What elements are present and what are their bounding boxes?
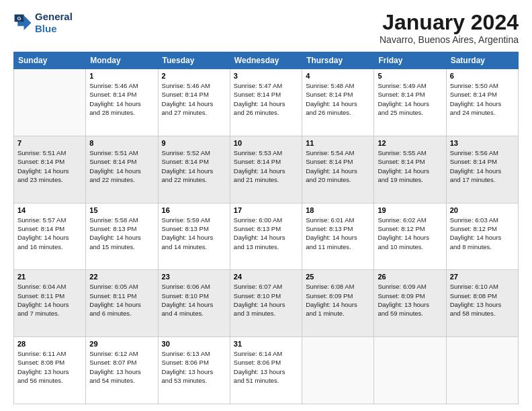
calendar-cell: 5Sunrise: 5:49 AM Sunset: 8:14 PM Daylig…	[374, 69, 446, 136]
main-title: January 2024	[380, 11, 519, 34]
calendar-cell: 26Sunrise: 6:09 AM Sunset: 8:09 PM Dayli…	[374, 270, 446, 337]
day-number: 4	[306, 72, 370, 80]
calendar-cell	[14, 69, 86, 136]
day-number: 27	[450, 273, 515, 281]
day-info: Sunrise: 5:53 AM Sunset: 8:14 PM Dayligh…	[234, 148, 298, 184]
calendar-header-row: SundayMondayTuesdayWednesdayThursdayFrid…	[14, 52, 519, 69]
day-info: Sunrise: 5:57 AM Sunset: 8:14 PM Dayligh…	[17, 216, 82, 251]
day-number: 13	[450, 139, 515, 147]
calendar-table: SundayMondayTuesdayWednesdayThursdayFrid…	[13, 52, 519, 404]
day-info: Sunrise: 6:05 AM Sunset: 8:11 PM Dayligh…	[89, 282, 154, 318]
calendar-week-5: 28Sunrise: 6:11 AM Sunset: 8:08 PM Dayli…	[14, 337, 519, 404]
calendar-cell: 14Sunrise: 5:57 AM Sunset: 8:14 PM Dayli…	[14, 203, 86, 270]
day-number: 12	[378, 139, 442, 147]
calendar-cell: 22Sunrise: 6:05 AM Sunset: 8:11 PM Dayli…	[86, 270, 158, 337]
day-number: 16	[162, 206, 226, 214]
day-info: Sunrise: 5:49 AM Sunset: 8:14 PM Dayligh…	[378, 81, 442, 117]
header-day-tuesday: Tuesday	[158, 52, 230, 69]
calendar-week-4: 21Sunrise: 6:04 AM Sunset: 8:11 PM Dayli…	[14, 270, 519, 337]
day-info: Sunrise: 5:50 AM Sunset: 8:14 PM Dayligh…	[450, 81, 515, 117]
calendar-week-1: 1Sunrise: 5:46 AM Sunset: 8:14 PM Daylig…	[14, 69, 519, 136]
day-info: Sunrise: 5:52 AM Sunset: 8:14 PM Dayligh…	[162, 148, 226, 184]
day-info: Sunrise: 6:00 AM Sunset: 8:13 PM Dayligh…	[234, 216, 298, 251]
calendar-cell: 24Sunrise: 6:07 AM Sunset: 8:10 PM Dayli…	[230, 270, 302, 337]
day-info: Sunrise: 6:12 AM Sunset: 8:07 PM Dayligh…	[89, 349, 154, 385]
header-day-wednesday: Wednesday	[230, 52, 302, 69]
calendar-week-3: 14Sunrise: 5:57 AM Sunset: 8:14 PM Dayli…	[14, 203, 519, 270]
logo: G General Blue	[13, 11, 73, 35]
day-info: Sunrise: 6:07 AM Sunset: 8:10 PM Dayligh…	[234, 282, 298, 318]
logo-blue: Blue	[35, 23, 73, 35]
day-info: Sunrise: 6:10 AM Sunset: 8:08 PM Dayligh…	[450, 282, 515, 318]
calendar-cell: 18Sunrise: 6:01 AM Sunset: 8:13 PM Dayli…	[302, 203, 374, 270]
calendar-cell: 3Sunrise: 5:47 AM Sunset: 8:14 PM Daylig…	[230, 69, 302, 136]
day-number: 19	[378, 206, 442, 214]
calendar-cell: 2Sunrise: 5:46 AM Sunset: 8:14 PM Daylig…	[158, 69, 230, 136]
day-number: 30	[162, 340, 226, 348]
calendar-cell: 30Sunrise: 6:13 AM Sunset: 8:06 PM Dayli…	[158, 337, 230, 404]
day-info: Sunrise: 5:46 AM Sunset: 8:14 PM Dayligh…	[162, 81, 226, 117]
day-number: 21	[17, 273, 82, 281]
day-number: 5	[378, 72, 442, 80]
day-info: Sunrise: 5:46 AM Sunset: 8:14 PM Dayligh…	[89, 81, 154, 117]
page: G General Blue January 2024 Navarro, Bue…	[0, 0, 532, 411]
header-day-sunday: Sunday	[14, 52, 86, 69]
day-info: Sunrise: 5:59 AM Sunset: 8:13 PM Dayligh…	[162, 216, 226, 251]
day-info: Sunrise: 6:06 AM Sunset: 8:10 PM Dayligh…	[162, 282, 226, 318]
logo-general: General	[35, 11, 73, 23]
calendar-cell: 20Sunrise: 6:03 AM Sunset: 8:12 PM Dayli…	[446, 203, 518, 270]
header-day-friday: Friday	[374, 52, 446, 69]
day-number: 31	[234, 340, 298, 348]
day-number: 17	[234, 206, 298, 214]
title-block: January 2024 Navarro, Buenos Aires, Arge…	[380, 11, 519, 45]
day-number: 23	[162, 273, 226, 281]
calendar-cell: 11Sunrise: 5:54 AM Sunset: 8:14 PM Dayli…	[302, 136, 374, 203]
day-info: Sunrise: 5:51 AM Sunset: 8:14 PM Dayligh…	[89, 148, 154, 184]
header: G General Blue January 2024 Navarro, Bue…	[13, 11, 519, 45]
calendar-cell	[446, 337, 518, 404]
day-number: 24	[234, 273, 298, 281]
calendar-cell: 9Sunrise: 5:52 AM Sunset: 8:14 PM Daylig…	[158, 136, 230, 203]
day-number: 20	[450, 206, 515, 214]
day-info: Sunrise: 5:54 AM Sunset: 8:14 PM Dayligh…	[306, 148, 370, 184]
day-info: Sunrise: 6:08 AM Sunset: 8:09 PM Dayligh…	[306, 282, 370, 318]
day-info: Sunrise: 6:02 AM Sunset: 8:12 PM Dayligh…	[378, 216, 442, 251]
day-info: Sunrise: 6:01 AM Sunset: 8:13 PM Dayligh…	[306, 216, 370, 251]
calendar-cell: 12Sunrise: 5:55 AM Sunset: 8:14 PM Dayli…	[374, 136, 446, 203]
calendar-cell: 28Sunrise: 6:11 AM Sunset: 8:08 PM Dayli…	[14, 337, 86, 404]
calendar-cell: 1Sunrise: 5:46 AM Sunset: 8:14 PM Daylig…	[86, 69, 158, 136]
day-number: 10	[234, 139, 298, 147]
calendar-cell: 6Sunrise: 5:50 AM Sunset: 8:14 PM Daylig…	[446, 69, 518, 136]
day-number: 18	[306, 206, 370, 214]
day-info: Sunrise: 5:58 AM Sunset: 8:13 PM Dayligh…	[89, 216, 154, 251]
day-info: Sunrise: 6:13 AM Sunset: 8:06 PM Dayligh…	[162, 349, 226, 385]
calendar-cell: 10Sunrise: 5:53 AM Sunset: 8:14 PM Dayli…	[230, 136, 302, 203]
calendar-cell: 29Sunrise: 6:12 AM Sunset: 8:07 PM Dayli…	[86, 337, 158, 404]
day-number: 1	[89, 72, 154, 80]
day-number: 25	[306, 273, 370, 281]
calendar-cell: 15Sunrise: 5:58 AM Sunset: 8:13 PM Dayli…	[86, 203, 158, 270]
header-day-saturday: Saturday	[446, 52, 518, 69]
calendar-cell: 23Sunrise: 6:06 AM Sunset: 8:10 PM Dayli…	[158, 270, 230, 337]
day-info: Sunrise: 6:09 AM Sunset: 8:09 PM Dayligh…	[378, 282, 442, 318]
calendar-cell: 16Sunrise: 5:59 AM Sunset: 8:13 PM Dayli…	[158, 203, 230, 270]
calendar-cell: 8Sunrise: 5:51 AM Sunset: 8:14 PM Daylig…	[86, 136, 158, 203]
day-number: 7	[17, 139, 82, 147]
day-number: 6	[450, 72, 515, 80]
day-number: 9	[162, 139, 226, 147]
day-number: 3	[234, 72, 298, 80]
day-info: Sunrise: 6:14 AM Sunset: 8:06 PM Dayligh…	[234, 349, 298, 385]
day-number: 11	[306, 139, 370, 147]
day-number: 26	[378, 273, 442, 281]
calendar-cell: 27Sunrise: 6:10 AM Sunset: 8:08 PM Dayli…	[446, 270, 518, 337]
day-info: Sunrise: 5:55 AM Sunset: 8:14 PM Dayligh…	[378, 148, 442, 184]
calendar-cell: 17Sunrise: 6:00 AM Sunset: 8:13 PM Dayli…	[230, 203, 302, 270]
calendar-cell: 13Sunrise: 5:56 AM Sunset: 8:14 PM Dayli…	[446, 136, 518, 203]
day-info: Sunrise: 5:47 AM Sunset: 8:14 PM Dayligh…	[234, 81, 298, 117]
header-day-monday: Monday	[86, 52, 158, 69]
day-info: Sunrise: 6:11 AM Sunset: 8:08 PM Dayligh…	[17, 349, 82, 385]
calendar-week-2: 7Sunrise: 5:51 AM Sunset: 8:14 PM Daylig…	[14, 136, 519, 203]
calendar-cell: 19Sunrise: 6:02 AM Sunset: 8:12 PM Dayli…	[374, 203, 446, 270]
svg-text:G: G	[17, 15, 21, 21]
logo-icon: G	[13, 13, 32, 32]
